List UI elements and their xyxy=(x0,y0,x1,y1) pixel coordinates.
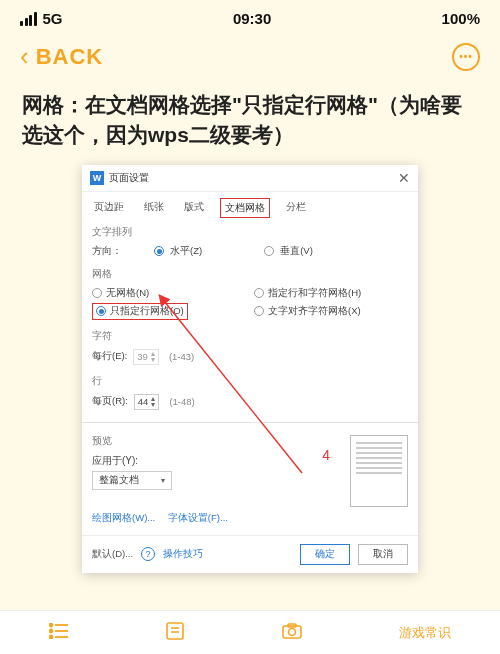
opt-align-char-grid[interactable]: 文字对齐字符网格(X) xyxy=(254,303,408,320)
per-row-label: 每行(E): xyxy=(92,350,127,363)
more-button[interactable]: ••• xyxy=(452,43,480,71)
instruction-text: 网格：在文档网格选择"只指定行网格"（为啥要选这个，因为wps二级要考） xyxy=(0,84,500,165)
dialog-title-bar: W 页面设置 ✕ xyxy=(82,165,418,192)
preview-label: 预览 xyxy=(92,435,340,448)
radio-vertical[interactable] xyxy=(264,246,274,256)
per-page-label: 每页(R): xyxy=(92,395,128,408)
chars-range: (1-43) xyxy=(169,351,194,362)
dialog-title: 页面设置 xyxy=(109,171,149,185)
status-left: 5G xyxy=(20,10,63,27)
grid-section: 网格 无网格(N) 指定行和字符网格(H) 只指定行网格(O) 文字对齐字符网格… xyxy=(82,264,418,326)
back-label: BACK xyxy=(36,44,104,70)
page-setup-dialog: W 页面设置 ✕ 页边距 纸张 版式 文档网格 分栏 文字排列 方向： 水平(Z… xyxy=(82,165,418,573)
cancel-button[interactable]: 取消 xyxy=(358,544,408,565)
tab-columns[interactable]: 分栏 xyxy=(282,198,310,218)
draw-grid-link[interactable]: 绘图网格(W)... xyxy=(92,512,155,523)
divider xyxy=(82,422,418,423)
chars-label: 字符 xyxy=(92,330,408,343)
status-battery: 100% xyxy=(442,10,480,27)
svg-point-1 xyxy=(49,623,52,626)
preview-section: 预览 应用于(Y): 整篇文档 绘图网格(W)... 字体设置(F)... 4 xyxy=(82,429,418,535)
preview-thumbnail xyxy=(350,435,408,507)
text-direction-section: 文字排列 方向： 水平(Z) 垂直(V) xyxy=(82,222,418,264)
signal-icon xyxy=(20,12,37,26)
svg-point-5 xyxy=(49,635,52,638)
rows-section: 行 每页(R): 44▴▾ (1-48) xyxy=(82,371,418,416)
dialog-tabs: 页边距 纸张 版式 文档网格 分栏 xyxy=(82,192,418,222)
tab-paper[interactable]: 纸张 xyxy=(140,198,168,218)
extra-links: 绘图网格(W)... 字体设置(F)... xyxy=(92,512,340,525)
svg-point-11 xyxy=(288,628,295,635)
tab-layout[interactable]: 版式 xyxy=(180,198,208,218)
apply-to-label: 应用于(Y): xyxy=(92,454,340,468)
annotation-number: 4 xyxy=(322,447,330,463)
default-button[interactable]: 默认(D)... xyxy=(92,548,133,561)
direction-label: 方向： xyxy=(92,245,122,258)
radio-horizontal[interactable] xyxy=(154,246,164,256)
back-button[interactable]: ‹ BACK xyxy=(20,41,103,72)
app-icon: W xyxy=(90,171,104,185)
chars-section: 字符 每行(E): 39▴▾ (1-43) xyxy=(82,326,418,371)
rows-range: (1-48) xyxy=(169,396,194,407)
opt-no-grid[interactable]: 无网格(N) xyxy=(92,287,246,300)
font-settings-link[interactable]: 字体设置(F)... xyxy=(168,512,228,523)
back-arrow-icon: ‹ xyxy=(20,41,30,72)
chars-per-row-spinner[interactable]: 39▴▾ xyxy=(133,349,159,365)
rows-label: 行 xyxy=(92,375,408,388)
opt-row-only-grid[interactable]: 只指定行网格(O) xyxy=(92,303,246,320)
horizontal-label: 水平(Z) xyxy=(170,245,202,258)
bottom-app-bar: 游戏常识 xyxy=(0,610,500,654)
list-icon[interactable] xyxy=(49,623,69,643)
rows-per-page-spinner[interactable]: 44▴▾ xyxy=(134,394,160,410)
dialog-bottom-bar: 默认(D)... ? 操作技巧 确定 取消 xyxy=(82,535,418,573)
vertical-label: 垂直(V) xyxy=(280,245,313,258)
network-label: 5G xyxy=(43,10,63,27)
apply-to-select[interactable]: 整篇文档 xyxy=(92,471,172,490)
status-time: 09:30 xyxy=(233,10,271,27)
help-icon[interactable]: ? xyxy=(141,547,155,561)
opt-row-char-grid[interactable]: 指定行和字符网格(H) xyxy=(254,287,408,300)
ok-button[interactable]: 确定 xyxy=(300,544,350,565)
appbar-tab-knowledge[interactable]: 游戏常识 xyxy=(399,624,451,642)
close-icon[interactable]: ✕ xyxy=(398,170,410,186)
status-bar: 5G 09:30 100% xyxy=(0,0,500,37)
svg-rect-7 xyxy=(167,623,183,639)
tab-margins[interactable]: 页边距 xyxy=(90,198,128,218)
tips-link[interactable]: 操作技巧 xyxy=(163,548,203,561)
nav-bar: ‹ BACK ••• xyxy=(0,37,500,84)
text-direction-label: 文字排列 xyxy=(92,226,408,239)
tab-doc-grid[interactable]: 文档网格 xyxy=(220,198,270,218)
camera-icon[interactable] xyxy=(282,623,302,643)
svg-point-3 xyxy=(49,629,52,632)
note-icon[interactable] xyxy=(166,622,184,644)
grid-label: 网格 xyxy=(92,268,408,281)
